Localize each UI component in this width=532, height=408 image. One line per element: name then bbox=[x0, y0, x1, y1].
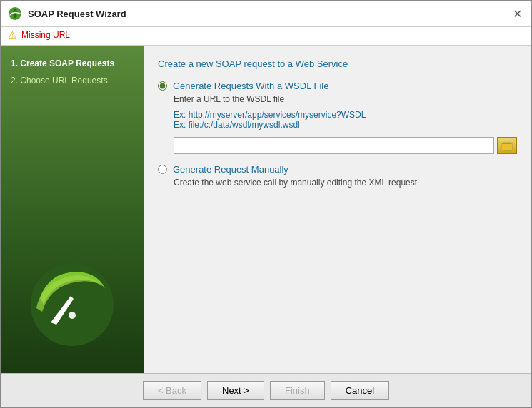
manual-radio[interactable] bbox=[158, 165, 167, 174]
app-icon bbox=[8, 6, 22, 21]
sidebar-steps: 1. Create SOAP Requests 2. Choose URL Re… bbox=[11, 57, 134, 87]
sidebar: 1. Create SOAP Requests 2. Choose URL Re… bbox=[1, 46, 144, 373]
finish-button[interactable]: Finish bbox=[270, 381, 325, 400]
warning-bar: ⚠ Missing URL bbox=[1, 27, 531, 46]
wsdl-radio[interactable] bbox=[158, 81, 167, 91]
button-bar: < Back Next > Finish Cancel bbox=[1, 373, 531, 407]
warning-icon: ⚠ bbox=[8, 29, 17, 41]
wsdl-desc: Enter a URL to the WSDL file bbox=[174, 94, 517, 104]
manual-desc: Create the web service call by manually … bbox=[174, 178, 517, 188]
warning-text: Missing URL bbox=[21, 30, 70, 40]
wsdl-option: Generate Requests With a WSDL File Enter… bbox=[158, 81, 517, 154]
sidebar-step-2: 2. Choose URL Requests bbox=[11, 74, 134, 87]
back-button[interactable]: < Back bbox=[143, 381, 201, 400]
wsdl-examples: Ex: http://myserver/app/services/myservi… bbox=[174, 110, 517, 130]
sidebar-logo bbox=[11, 262, 134, 347]
sidebar-step-1: 1. Create SOAP Requests bbox=[11, 57, 134, 70]
manual-option: Generate Request Manually Create the web… bbox=[158, 164, 517, 188]
logo-svg bbox=[29, 262, 115, 347]
url-input-row bbox=[174, 137, 517, 154]
next-button[interactable]: Next > bbox=[207, 381, 264, 400]
title-bar: SOAP Request Wizard ✕ bbox=[1, 1, 531, 27]
svg-point-2 bbox=[69, 312, 76, 319]
manual-radio-row: Generate Request Manually bbox=[158, 164, 517, 175]
wsdl-radio-row: Generate Requests With a WSDL File bbox=[158, 81, 517, 91]
cancel-button[interactable]: Cancel bbox=[331, 381, 389, 400]
wsdl-url-input[interactable] bbox=[174, 137, 494, 154]
dialog-title: SOAP Request Wizard bbox=[28, 9, 126, 19]
content-intro: Create a new SOAP request to a Web Servi… bbox=[158, 58, 517, 69]
folder-icon bbox=[501, 140, 513, 151]
option-group: Generate Requests With a WSDL File Enter… bbox=[158, 81, 517, 188]
soap-wizard-dialog: SOAP Request Wizard ✕ ⚠ Missing URL 1. C… bbox=[0, 0, 532, 408]
wsdl-label[interactable]: Generate Requests With a WSDL File bbox=[173, 81, 328, 91]
content-panel: Create a new SOAP request to a Web Servi… bbox=[144, 46, 531, 373]
wsdl-example-2: Ex: file:/c:/data/wsdl/mywsdl.wsdl bbox=[174, 120, 517, 130]
wsdl-example-1: Ex: http://myserver/app/services/myservi… bbox=[174, 110, 517, 120]
browse-button[interactable] bbox=[497, 137, 517, 154]
manual-label[interactable]: Generate Request Manually bbox=[173, 164, 288, 175]
main-body: 1. Create SOAP Requests 2. Choose URL Re… bbox=[1, 46, 531, 373]
close-button[interactable]: ✕ bbox=[510, 6, 524, 21]
